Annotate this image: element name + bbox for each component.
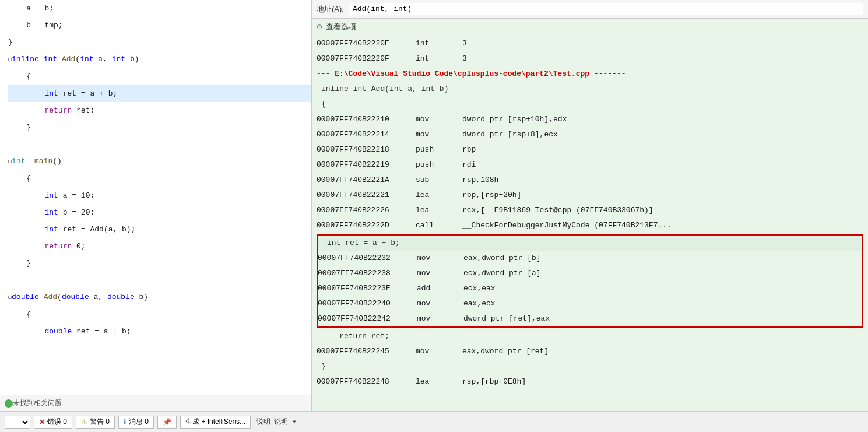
code-line: return ret;	[8, 102, 311, 119]
right-panel: 地址(A): ⊙ 查看选项 00007FF740B2220E int 3 000…	[312, 0, 868, 411]
code-line: }	[8, 255, 311, 272]
warning-button[interactable]: ⚠ 警告 0	[76, 416, 115, 429]
code-line: ⊟ double Add ( double a, double b)	[8, 289, 311, 306]
code-line: {	[8, 170, 311, 187]
code-line: int b = 20;	[8, 204, 311, 221]
disasm-line: 00007FF740B22219 push rdi	[317, 157, 863, 173]
code-line-highlighted: int ret = a + b;	[8, 85, 311, 102]
bottom-toolbar: ✕ 错误 0 ⚠ 警告 0 ℹ 消息 0 📌 生成 + IntelliSens.…	[0, 411, 868, 432]
dropdown-icon: ⊙	[317, 23, 322, 31]
code-line: {	[8, 306, 311, 323]
code-line: b = tmp;	[8, 17, 311, 34]
address-input[interactable]	[349, 3, 863, 15]
error-button[interactable]: ✕ 错误 0	[34, 416, 72, 429]
build-label: 生成 + IntelliSens...	[185, 417, 245, 427]
disasm-comment-line: --- E:\Code\Visual Studio Code\cplusplus…	[317, 66, 863, 82]
code-line: ⊟ int main ()	[8, 153, 311, 170]
code-line: int ret = Add(a, b);	[8, 221, 311, 238]
bottom-label: 说明	[256, 417, 270, 427]
highlighted-section: int ret = a + b; 00007FF740B22232 mov ea…	[317, 234, 863, 328]
disasm-line: 00007FF740B22245 mov eax,dword ptr [ret]	[317, 344, 863, 359]
disasm-source-line: }	[317, 359, 863, 374]
main-content: a b; b = tmp; } ⊟ inline int Add ( int a…	[0, 0, 868, 411]
status-indicator	[5, 399, 13, 408]
error-label: 错误 0	[47, 417, 67, 427]
disasm-line: 00007FF740B22218 push rbp	[317, 142, 863, 157]
disasm-line: 00007FF740B22221 lea rbp,[rsp+20h]	[317, 188, 863, 203]
left-panel: a b; b = tmp; } ⊟ inline int Add ( int a…	[0, 0, 312, 411]
build-button[interactable]: 生成 + IntelliSens...	[180, 416, 251, 429]
code-line: }	[8, 119, 311, 136]
warning-icon: ⚠	[81, 418, 87, 426]
info-icon: ℹ	[124, 418, 126, 426]
disasm-line: 00007FF740B22248 lea rsp,[rbp+0E8h]	[317, 374, 863, 389]
disasm-source-line: inline int Add(int a, int b)	[317, 82, 863, 97]
bottom-label-text: 说明 ▾	[274, 417, 296, 427]
disasm-source-line: {	[317, 97, 863, 112]
warning-label: 警告 0	[90, 417, 110, 427]
disasm-boxed-line: 00007FF740B22240 mov eax,ecx	[318, 296, 862, 311]
code-line: return 0;	[8, 238, 311, 255]
status-bar: 未找到相关问题	[0, 395, 311, 411]
disasm-line: 00007FF740B2222D call __CheckForDebugger…	[317, 218, 863, 233]
code-line: a b;	[8, 0, 311, 17]
disasm-line: 00007FF740B2220E int 3	[317, 36, 863, 51]
error-icon: ✕	[39, 418, 45, 426]
disasm-boxed-line: 00007FF740B2223E add ecx,eax	[318, 281, 862, 296]
address-label: 地址(A):	[317, 4, 344, 15]
code-line: int a = 10;	[8, 187, 311, 204]
pin-icon: 📌	[163, 418, 171, 426]
toolbar-dropdown[interactable]	[5, 416, 30, 429]
code-line: {	[8, 68, 311, 85]
code-line	[8, 136, 311, 153]
view-options-bar[interactable]: ⊙ 查看选项	[312, 19, 868, 35]
disasm-line: 00007FF740B22226 lea rcx,[__F9B11869_Tes…	[317, 203, 863, 218]
disasm-line: 00007FF740B22210 mov dword ptr [rsp+10h]…	[317, 112, 863, 127]
disasm-line: 00007FF740B2220F int 3	[317, 51, 863, 66]
code-line: }	[8, 34, 311, 51]
disasm-line: 00007FF740B22214 mov dword ptr [rsp+8],e…	[317, 127, 863, 142]
disasm-line: 00007FF740B2221A sub rsp,108h	[317, 173, 863, 188]
disasm-boxed-source: int ret = a + b;	[318, 236, 862, 251]
disasm-source-line: return ret;	[317, 329, 863, 344]
address-bar: 地址(A):	[312, 0, 868, 19]
code-line: double ret = a + b;	[8, 323, 311, 340]
code-editor[interactable]: a b; b = tmp; } ⊟ inline int Add ( int a…	[0, 0, 311, 395]
disasm-boxed-line: 00007FF740B22232 mov eax,dword ptr [b]	[318, 251, 862, 266]
pin-button[interactable]: 📌	[157, 416, 177, 429]
view-options-label: 查看选项	[326, 22, 356, 32]
disasm-content[interactable]: 00007FF740B2220E int 3 00007FF740B2220F …	[312, 35, 868, 411]
status-text: 未找到相关问题	[13, 398, 62, 408]
message-button[interactable]: ℹ 消息 0	[118, 416, 154, 429]
disasm-boxed-line: 00007FF740B22242 mov dword ptr [ret],eax	[318, 311, 862, 326]
disasm-boxed-line: 00007FF740B22238 mov ecx,dword ptr [a]	[318, 266, 862, 281]
code-line: ⊟ inline int Add ( int a, int b)	[8, 51, 311, 68]
message-label: 消息 0	[129, 417, 149, 427]
code-line	[8, 272, 311, 289]
